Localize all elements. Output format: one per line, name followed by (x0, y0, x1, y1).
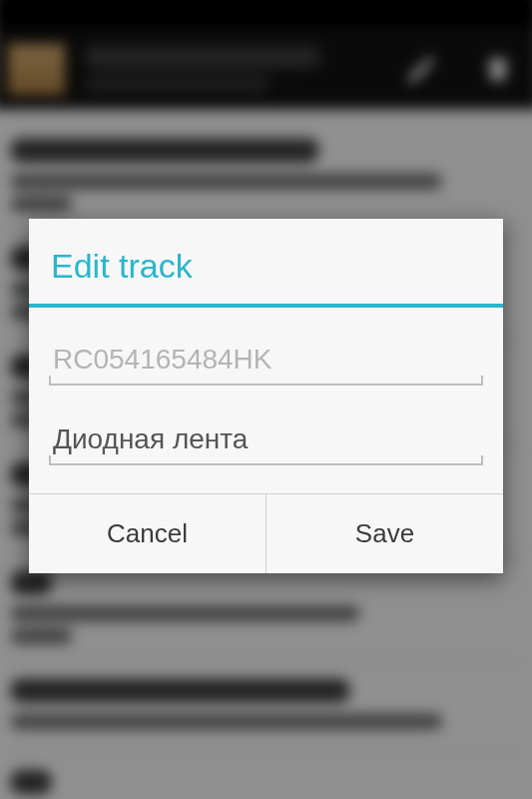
dialog-button-row: Cancel Save (29, 493, 503, 573)
field-underline (49, 384, 483, 386)
dialog-body (29, 308, 503, 493)
track-code-input[interactable] (49, 336, 483, 386)
track-name-field-wrap (49, 415, 483, 465)
dialog-title: Edit track (29, 219, 503, 304)
cancel-button[interactable]: Cancel (29, 494, 266, 573)
save-button[interactable]: Save (266, 494, 503, 573)
track-name-input[interactable] (49, 415, 483, 465)
edit-track-dialog: Edit track Cancel Save (29, 219, 503, 573)
track-code-field-wrap (49, 336, 483, 386)
field-underline (49, 463, 483, 465)
